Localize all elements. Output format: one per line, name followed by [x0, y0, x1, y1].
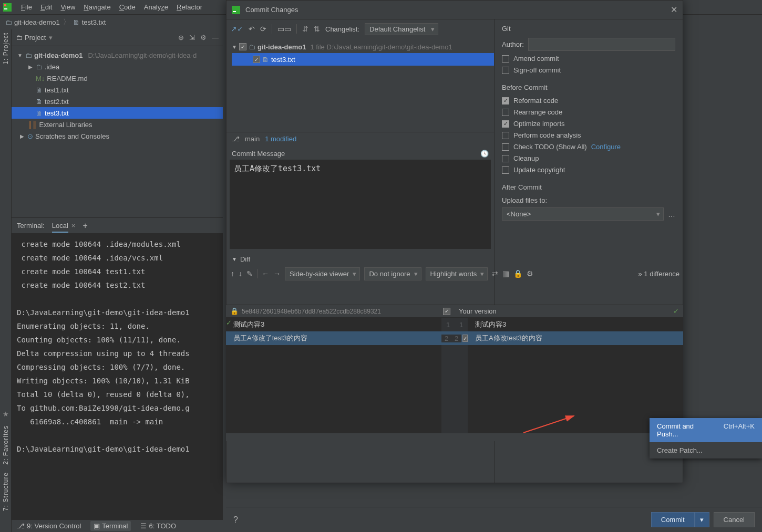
history-icon[interactable]: 🕓 [480, 150, 489, 158]
checkbox[interactable] [502, 97, 509, 105]
modified-count[interactable]: 1 modified [265, 135, 296, 143]
revert-icon[interactable]: ↶ [249, 25, 255, 33]
branch-icon: ⎇ [232, 135, 240, 143]
more-icon[interactable]: … [668, 210, 675, 218]
tree-scratches[interactable]: ▶⊙Scratches and Consoles [12, 130, 223, 142]
expand-all-icon[interactable]: ⇵ [302, 25, 308, 33]
collapse-all-icon[interactable]: ⇅ [314, 25, 320, 33]
changelist-label: Changelist: [325, 25, 359, 33]
terminal-header: Terminal: Local × + [12, 217, 223, 233]
amend-label[interactable]: Amend commit [513, 55, 559, 62]
highlight-dropdown[interactable]: Highlight words [426, 267, 488, 280]
star-icon[interactable]: ★ [3, 410, 9, 418]
changelist-dropdown[interactable]: Default Changelist [365, 23, 438, 35]
cancel-button[interactable]: Cancel [714, 512, 755, 527]
branch-bar: ⎇ main 1 modified [226, 132, 494, 145]
tree-test2[interactable]: 🗎test2.txt [12, 96, 223, 107]
checkbox[interactable] [502, 120, 509, 128]
diff-right-panel[interactable]: 测试内容3 员工A修改test3的内容 [468, 318, 683, 433]
gutter-project[interactable]: 1: Project [2, 33, 9, 65]
menu-edit[interactable]: Edit [36, 2, 56, 13]
checkbox[interactable] [462, 335, 468, 342]
commit-icon[interactable]: ↗✓ [231, 25, 243, 33]
checklist-icon: ☰ [140, 522, 147, 530]
breadcrumb-project[interactable]: 🗀git-idea-demo1 [5, 18, 60, 26]
project-dropdown-icon[interactable]: ▾ [49, 34, 53, 41]
next-diff-icon[interactable]: ↓ [239, 269, 242, 278]
configure-link[interactable]: Configure [591, 143, 621, 151]
commit-button[interactable]: Commit [651, 512, 695, 527]
tab-todo[interactable]: ☰6: TODO [140, 522, 176, 530]
checkbox[interactable] [502, 143, 509, 151]
diff-left-panel[interactable]: ✓ 测试内容3 员工A修改了test3的内容 [226, 318, 441, 433]
project-title: Project [25, 34, 46, 41]
signoff-label[interactable]: Sign-off commit [513, 66, 561, 74]
gutter-favorites[interactable]: 2: Favorites [2, 425, 9, 465]
view-mode-dropdown[interactable]: Side-by-side viewer [285, 267, 360, 280]
branch-icon: ⎇ [17, 522, 25, 530]
upload-dropdown[interactable]: <None> [502, 207, 664, 221]
changes-file[interactable]: 🗎 test3.txt [232, 53, 494, 66]
checkbox[interactable] [239, 43, 246, 50]
checkbox[interactable] [253, 56, 260, 63]
tab-terminal[interactable]: ▣Terminal [90, 521, 131, 531]
commit-split-button[interactable]: ▾ [695, 512, 709, 527]
dialog-titlebar: Commit Changes ✕ [226, 1, 683, 19]
locate-icon[interactable]: ⊕ [178, 34, 184, 41]
menu-view[interactable]: View [56, 2, 79, 13]
branch-name[interactable]: main [245, 135, 260, 143]
diff-gutter: 11 22 [441, 318, 468, 433]
tab-add-icon[interactable]: + [83, 221, 87, 231]
help-icon[interactable]: ? [233, 515, 238, 525]
checkbox[interactable] [502, 166, 509, 174]
tree-external[interactable]: ║║External Libraries [12, 119, 223, 130]
dialog-footer: ? Commit ▾ Cancel [226, 507, 762, 532]
diff-header[interactable]: ▼Diff [226, 253, 494, 265]
tree-test1[interactable]: 🗎test1.txt [12, 84, 223, 96]
terminal-output[interactable]: create mode 100644 .idea/modules.xml cre… [12, 233, 223, 532]
tree-test3[interactable]: 🗎test3.txt [12, 107, 223, 119]
tree-idea[interactable]: ▶🗀.idea [12, 61, 223, 72]
menu-analyze[interactable]: Analyze [140, 2, 172, 13]
gear-icon[interactable]: ⚙ [200, 34, 207, 41]
diff-viewer: 🔒 5e84872601948eb6b7dd87ea522ccdb288c893… [226, 305, 683, 441]
upload-label: Upload files to: [502, 196, 675, 204]
hide-icon[interactable]: — [212, 34, 219, 41]
checkbox[interactable] [502, 155, 509, 162]
tab-close-icon[interactable]: × [71, 222, 76, 230]
tree-root[interactable]: ▼🗀git-idea-demo1D:\JavaLearning\git-demo… [12, 49, 223, 61]
popup-commit-push[interactable]: Commit and Push...Ctrl+Alt+K [650, 418, 762, 442]
author-label: Author: [502, 40, 524, 48]
expand-icon[interactable]: ⇲ [189, 34, 195, 41]
group-icon[interactable]: ▭▭ [277, 25, 291, 33]
menu-refactor[interactable]: Refactor [172, 2, 207, 13]
tree-readme[interactable]: M↓README.md [12, 72, 223, 84]
prev-diff-icon[interactable]: ↑ [231, 269, 234, 278]
popup-create-patch[interactable]: Create Patch... [650, 442, 762, 458]
breadcrumb-file[interactable]: 🗎test3.txt [73, 18, 106, 26]
edit-icon[interactable]: ✎ [246, 269, 253, 278]
gutter-structure[interactable]: 7: Structure [2, 472, 9, 511]
author-input[interactable] [528, 38, 675, 51]
checkbox[interactable] [502, 55, 509, 62]
checkbox[interactable] [502, 132, 509, 139]
close-icon[interactable]: ✕ [671, 5, 677, 15]
ignore-dropdown[interactable]: Do not ignore [364, 267, 421, 280]
project-tree: ▼🗀git-idea-demo1D:\JavaLearning\git-demo… [12, 46, 223, 217]
menu-navigate[interactable]: Navigate [79, 2, 115, 13]
menu-code[interactable]: Code [115, 2, 140, 13]
tab-version-control[interactable]: ⎇9: Version Control [17, 522, 81, 530]
commit-message-input[interactable] [230, 160, 491, 249]
refresh-icon[interactable]: ⟳ [260, 25, 266, 33]
next-file-icon[interactable]: → [273, 269, 281, 278]
commit-split-popup: Commit and Push...Ctrl+Alt+K Create Patc… [650, 418, 762, 458]
checkbox[interactable] [502, 67, 509, 74]
terminal-icon: ▣ [94, 522, 100, 530]
menu-file[interactable]: File [17, 2, 36, 13]
checkbox[interactable] [502, 109, 509, 116]
checkbox[interactable] [443, 308, 450, 315]
terminal-tab-local[interactable]: Local [52, 222, 68, 230]
prev-file-icon[interactable]: ← [262, 269, 269, 278]
changes-tree: ▼ 🗀 git-idea-demo1 1 file D:\JavaLearnin… [226, 38, 494, 132]
changes-root[interactable]: ▼ 🗀 git-idea-demo1 1 file D:\JavaLearnin… [232, 40, 494, 53]
